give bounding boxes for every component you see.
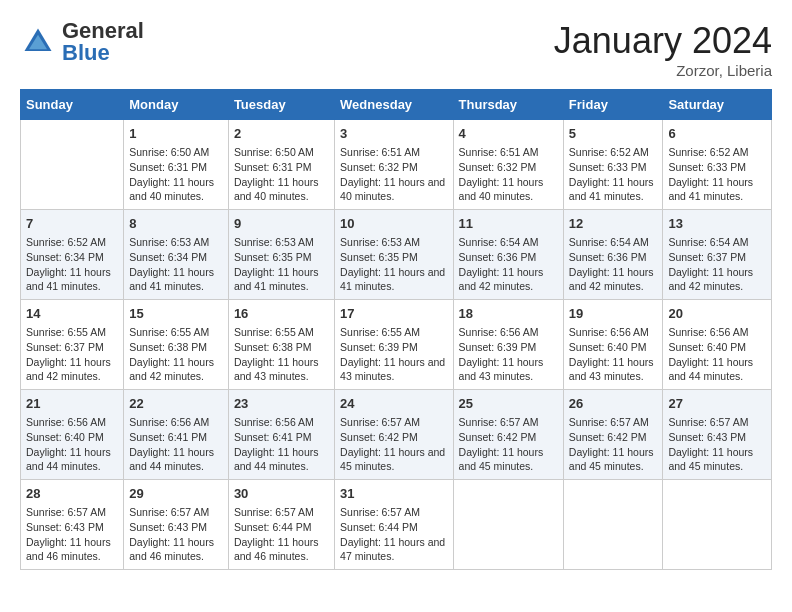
calendar-cell: 13Sunrise: 6:54 AMSunset: 6:37 PMDayligh… <box>663 210 772 300</box>
cell-info: Sunrise: 6:55 AMSunset: 6:38 PMDaylight:… <box>234 325 329 384</box>
cell-info: Sunrise: 6:50 AMSunset: 6:31 PMDaylight:… <box>129 145 223 204</box>
calendar-cell: 27Sunrise: 6:57 AMSunset: 6:43 PMDayligh… <box>663 390 772 480</box>
cell-info: Sunrise: 6:57 AMSunset: 6:43 PMDaylight:… <box>26 505 118 564</box>
logo-icon <box>20 24 56 60</box>
calendar-cell: 19Sunrise: 6:56 AMSunset: 6:40 PMDayligh… <box>563 300 663 390</box>
cell-info: Sunrise: 6:52 AMSunset: 6:34 PMDaylight:… <box>26 235 118 294</box>
calendar-cell: 31Sunrise: 6:57 AMSunset: 6:44 PMDayligh… <box>335 480 453 570</box>
location: Zorzor, Liberia <box>554 62 772 79</box>
month-year: January 2024 <box>554 20 772 62</box>
day-number: 10 <box>340 215 447 233</box>
day-number: 19 <box>569 305 658 323</box>
day-number: 22 <box>129 395 223 413</box>
col-header-monday: Monday <box>124 90 229 120</box>
calendar-cell: 22Sunrise: 6:56 AMSunset: 6:41 PMDayligh… <box>124 390 229 480</box>
calendar-cell: 30Sunrise: 6:57 AMSunset: 6:44 PMDayligh… <box>228 480 334 570</box>
cell-info: Sunrise: 6:51 AMSunset: 6:32 PMDaylight:… <box>459 145 558 204</box>
day-number: 28 <box>26 485 118 503</box>
calendar-cell <box>21 120 124 210</box>
col-header-thursday: Thursday <box>453 90 563 120</box>
col-header-saturday: Saturday <box>663 90 772 120</box>
day-number: 24 <box>340 395 447 413</box>
cell-info: Sunrise: 6:53 AMSunset: 6:35 PMDaylight:… <box>340 235 447 294</box>
calendar-cell: 2Sunrise: 6:50 AMSunset: 6:31 PMDaylight… <box>228 120 334 210</box>
calendar-week-row: 14Sunrise: 6:55 AMSunset: 6:37 PMDayligh… <box>21 300 772 390</box>
day-number: 30 <box>234 485 329 503</box>
calendar-cell: 7Sunrise: 6:52 AMSunset: 6:34 PMDaylight… <box>21 210 124 300</box>
day-number: 7 <box>26 215 118 233</box>
calendar-cell: 26Sunrise: 6:57 AMSunset: 6:42 PMDayligh… <box>563 390 663 480</box>
day-number: 5 <box>569 125 658 143</box>
day-number: 17 <box>340 305 447 323</box>
cell-info: Sunrise: 6:50 AMSunset: 6:31 PMDaylight:… <box>234 145 329 204</box>
calendar-cell: 17Sunrise: 6:55 AMSunset: 6:39 PMDayligh… <box>335 300 453 390</box>
calendar-week-row: 1Sunrise: 6:50 AMSunset: 6:31 PMDaylight… <box>21 120 772 210</box>
calendar-cell: 1Sunrise: 6:50 AMSunset: 6:31 PMDaylight… <box>124 120 229 210</box>
cell-info: Sunrise: 6:56 AMSunset: 6:40 PMDaylight:… <box>668 325 766 384</box>
day-number: 15 <box>129 305 223 323</box>
cell-info: Sunrise: 6:55 AMSunset: 6:38 PMDaylight:… <box>129 325 223 384</box>
calendar-cell: 5Sunrise: 6:52 AMSunset: 6:33 PMDaylight… <box>563 120 663 210</box>
calendar-cell: 24Sunrise: 6:57 AMSunset: 6:42 PMDayligh… <box>335 390 453 480</box>
day-number: 11 <box>459 215 558 233</box>
calendar-week-row: 21Sunrise: 6:56 AMSunset: 6:40 PMDayligh… <box>21 390 772 480</box>
cell-info: Sunrise: 6:56 AMSunset: 6:39 PMDaylight:… <box>459 325 558 384</box>
calendar-cell <box>453 480 563 570</box>
calendar-cell: 18Sunrise: 6:56 AMSunset: 6:39 PMDayligh… <box>453 300 563 390</box>
day-number: 12 <box>569 215 658 233</box>
day-number: 4 <box>459 125 558 143</box>
day-number: 29 <box>129 485 223 503</box>
cell-info: Sunrise: 6:54 AMSunset: 6:36 PMDaylight:… <box>459 235 558 294</box>
day-number: 3 <box>340 125 447 143</box>
cell-info: Sunrise: 6:57 AMSunset: 6:42 PMDaylight:… <box>569 415 658 474</box>
calendar-header-row: SundayMondayTuesdayWednesdayThursdayFrid… <box>21 90 772 120</box>
calendar-week-row: 28Sunrise: 6:57 AMSunset: 6:43 PMDayligh… <box>21 480 772 570</box>
calendar-cell: 25Sunrise: 6:57 AMSunset: 6:42 PMDayligh… <box>453 390 563 480</box>
calendar-cell: 3Sunrise: 6:51 AMSunset: 6:32 PMDaylight… <box>335 120 453 210</box>
cell-info: Sunrise: 6:53 AMSunset: 6:34 PMDaylight:… <box>129 235 223 294</box>
calendar-week-row: 7Sunrise: 6:52 AMSunset: 6:34 PMDaylight… <box>21 210 772 300</box>
logo: General Blue <box>20 20 144 64</box>
calendar-cell: 21Sunrise: 6:56 AMSunset: 6:40 PMDayligh… <box>21 390 124 480</box>
cell-info: Sunrise: 6:55 AMSunset: 6:37 PMDaylight:… <box>26 325 118 384</box>
calendar-cell <box>563 480 663 570</box>
logo-text: General Blue <box>62 20 144 64</box>
cell-info: Sunrise: 6:57 AMSunset: 6:42 PMDaylight:… <box>459 415 558 474</box>
cell-info: Sunrise: 6:51 AMSunset: 6:32 PMDaylight:… <box>340 145 447 204</box>
page-header: General Blue January 2024 Zorzor, Liberi… <box>20 20 772 79</box>
title-block: January 2024 Zorzor, Liberia <box>554 20 772 79</box>
calendar-table: SundayMondayTuesdayWednesdayThursdayFrid… <box>20 89 772 570</box>
cell-info: Sunrise: 6:54 AMSunset: 6:37 PMDaylight:… <box>668 235 766 294</box>
day-number: 14 <box>26 305 118 323</box>
calendar-cell: 6Sunrise: 6:52 AMSunset: 6:33 PMDaylight… <box>663 120 772 210</box>
calendar-cell: 28Sunrise: 6:57 AMSunset: 6:43 PMDayligh… <box>21 480 124 570</box>
calendar-cell: 10Sunrise: 6:53 AMSunset: 6:35 PMDayligh… <box>335 210 453 300</box>
cell-info: Sunrise: 6:56 AMSunset: 6:41 PMDaylight:… <box>129 415 223 474</box>
cell-info: Sunrise: 6:53 AMSunset: 6:35 PMDaylight:… <box>234 235 329 294</box>
calendar-cell: 8Sunrise: 6:53 AMSunset: 6:34 PMDaylight… <box>124 210 229 300</box>
cell-info: Sunrise: 6:57 AMSunset: 6:44 PMDaylight:… <box>340 505 447 564</box>
col-header-wednesday: Wednesday <box>335 90 453 120</box>
calendar-cell: 29Sunrise: 6:57 AMSunset: 6:43 PMDayligh… <box>124 480 229 570</box>
calendar-cell: 4Sunrise: 6:51 AMSunset: 6:32 PMDaylight… <box>453 120 563 210</box>
cell-info: Sunrise: 6:57 AMSunset: 6:42 PMDaylight:… <box>340 415 447 474</box>
calendar-cell: 9Sunrise: 6:53 AMSunset: 6:35 PMDaylight… <box>228 210 334 300</box>
cell-info: Sunrise: 6:54 AMSunset: 6:36 PMDaylight:… <box>569 235 658 294</box>
calendar-cell: 15Sunrise: 6:55 AMSunset: 6:38 PMDayligh… <box>124 300 229 390</box>
day-number: 2 <box>234 125 329 143</box>
cell-info: Sunrise: 6:56 AMSunset: 6:41 PMDaylight:… <box>234 415 329 474</box>
cell-info: Sunrise: 6:55 AMSunset: 6:39 PMDaylight:… <box>340 325 447 384</box>
day-number: 18 <box>459 305 558 323</box>
calendar-cell: 23Sunrise: 6:56 AMSunset: 6:41 PMDayligh… <box>228 390 334 480</box>
day-number: 13 <box>668 215 766 233</box>
col-header-sunday: Sunday <box>21 90 124 120</box>
cell-info: Sunrise: 6:52 AMSunset: 6:33 PMDaylight:… <box>569 145 658 204</box>
calendar-cell: 16Sunrise: 6:55 AMSunset: 6:38 PMDayligh… <box>228 300 334 390</box>
day-number: 25 <box>459 395 558 413</box>
col-header-friday: Friday <box>563 90 663 120</box>
calendar-cell: 20Sunrise: 6:56 AMSunset: 6:40 PMDayligh… <box>663 300 772 390</box>
day-number: 6 <box>668 125 766 143</box>
cell-info: Sunrise: 6:57 AMSunset: 6:43 PMDaylight:… <box>129 505 223 564</box>
cell-info: Sunrise: 6:57 AMSunset: 6:44 PMDaylight:… <box>234 505 329 564</box>
cell-info: Sunrise: 6:56 AMSunset: 6:40 PMDaylight:… <box>569 325 658 384</box>
